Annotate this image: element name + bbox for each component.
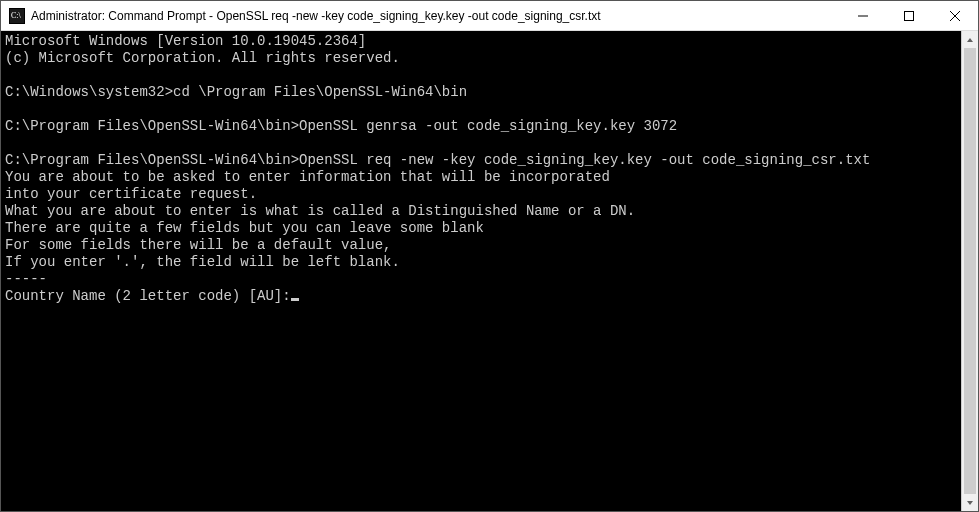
close-button[interactable] [932, 1, 978, 30]
terminal-line [5, 135, 957, 152]
terminal-area: Microsoft Windows [Version 10.0.19045.23… [1, 31, 978, 511]
svg-marker-7 [967, 38, 973, 42]
cmd-icon: C:\ [9, 8, 25, 24]
svg-marker-8 [967, 501, 973, 505]
terminal-line: C:\Program Files\OpenSSL-Win64\bin>OpenS… [5, 118, 957, 135]
svg-text:C:\: C:\ [11, 11, 22, 20]
window-title: Administrator: Command Prompt - OpenSSL … [31, 9, 840, 23]
cursor [291, 298, 299, 301]
terminal-line [5, 101, 957, 118]
terminal-line: ----- [5, 271, 957, 288]
minimize-button[interactable] [840, 1, 886, 30]
scroll-up-icon[interactable] [962, 31, 978, 48]
terminal-line: What you are about to enter is what is c… [5, 203, 957, 220]
terminal-line: Microsoft Windows [Version 10.0.19045.23… [5, 33, 957, 50]
terminal[interactable]: Microsoft Windows [Version 10.0.19045.23… [1, 31, 961, 511]
titlebar: C:\ Administrator: Command Prompt - Open… [1, 1, 978, 31]
terminal-line: There are quite a few fields but you can… [5, 220, 957, 237]
terminal-line [5, 67, 957, 84]
svg-rect-4 [905, 11, 914, 20]
maximize-button[interactable] [886, 1, 932, 30]
terminal-line: For some fields there will be a default … [5, 237, 957, 254]
terminal-line: Country Name (2 letter code) [AU]: [5, 288, 957, 305]
scrollbar[interactable] [961, 31, 978, 511]
scroll-thumb[interactable] [964, 48, 976, 494]
window-controls [840, 1, 978, 30]
terminal-line: C:\Program Files\OpenSSL-Win64\bin>OpenS… [5, 152, 957, 169]
terminal-line: If you enter '.', the field will be left… [5, 254, 957, 271]
terminal-line: C:\Windows\system32>cd \Program Files\Op… [5, 84, 957, 101]
terminal-line: into your certificate request. [5, 186, 957, 203]
scroll-down-icon[interactable] [962, 494, 978, 511]
terminal-line: You are about to be asked to enter infor… [5, 169, 957, 186]
terminal-line: (c) Microsoft Corporation. All rights re… [5, 50, 957, 67]
scroll-track[interactable] [962, 48, 978, 494]
